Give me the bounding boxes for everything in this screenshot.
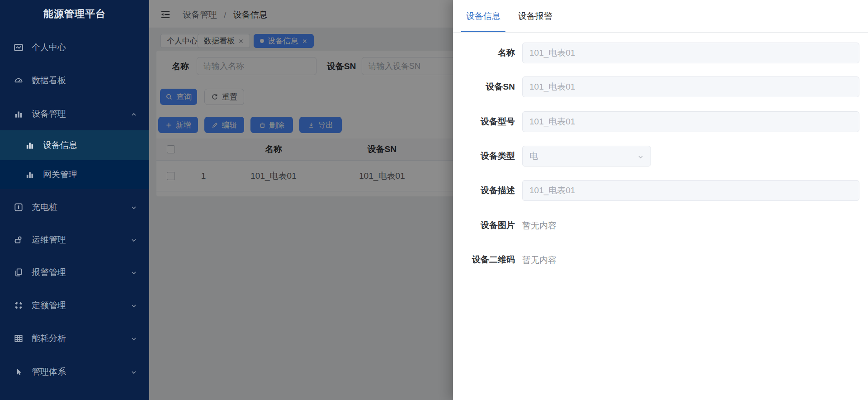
- sidebar-item-label: 定额管理: [32, 300, 66, 311]
- sidebar-item-device-management[interactable]: 设备管理: [0, 101, 149, 127]
- chevron-up-icon: [130, 110, 137, 118]
- qrcode-empty-text: 暂无内容: [522, 254, 557, 266]
- sidebar-item-label: 报警管理: [32, 267, 66, 278]
- sidebar-item-device-info[interactable]: 设备信息: [0, 130, 149, 160]
- sidebar-item-label: 数据看板: [32, 75, 66, 86]
- chevron-down-icon: [637, 153, 644, 160]
- profile-icon: [14, 43, 24, 52]
- quota-ring-icon: [14, 300, 24, 310]
- chevron-down-icon: [130, 368, 137, 376]
- sidebar-item-label: 设备信息: [43, 139, 77, 151]
- app-window: 能源管理平台 个人中心 数据看板 设备管理: [0, 0, 868, 400]
- field-label-image: 设备图片: [453, 219, 515, 231]
- chevron-down-icon: [130, 204, 137, 211]
- sidebar-item-energy-analysis[interactable]: 能耗分析: [0, 326, 149, 351]
- bar-chart-icon: [25, 170, 35, 180]
- image-empty-text: 暂无内容: [522, 220, 557, 232]
- field-label-model: 设备型号: [453, 111, 515, 132]
- sidebar-item-gateway-management[interactable]: 网关管理: [0, 160, 149, 189]
- sidebar-item-label: 运维管理: [32, 234, 66, 246]
- pointer-icon: [14, 367, 24, 377]
- tab-device-info[interactable]: 设备信息: [461, 0, 505, 32]
- bar-chart-icon: [14, 109, 24, 119]
- type-select: 电: [522, 146, 651, 167]
- modal-mask[interactable]: [149, 0, 453, 400]
- bar-chart-icon: [25, 140, 35, 150]
- energy-grid-icon: [14, 333, 24, 343]
- sidebar-item-charging-pile[interactable]: 充电桩: [0, 195, 149, 220]
- sidebar-item-label: 设备管理: [32, 108, 66, 120]
- description-field: [522, 180, 859, 201]
- chevron-down-icon: [130, 236, 137, 243]
- sidebar-item-quota-management[interactable]: 定额管理: [0, 293, 149, 318]
- name-field: [522, 43, 859, 63]
- tab-device-alarm[interactable]: 设备报警: [513, 0, 557, 32]
- field-label-type: 设备类型: [453, 146, 515, 167]
- field-label-description: 设备描述: [453, 180, 515, 201]
- sidebar-item-data-dashboard[interactable]: 数据看板: [0, 68, 149, 93]
- sn-field: [522, 76, 859, 97]
- field-label-sn: 设备SN: [453, 76, 515, 97]
- type-select-value: 电: [529, 150, 538, 162]
- chevron-down-icon: [130, 302, 137, 309]
- drawer-tabs: 设备信息 设备报警: [453, 0, 868, 33]
- charging-pile-icon: [14, 202, 24, 212]
- dashboard-icon: [14, 76, 24, 86]
- sidebar-item-ops-management[interactable]: 运维管理: [0, 227, 149, 252]
- chevron-down-icon: [130, 335, 137, 342]
- alarm-docs-icon: [14, 267, 24, 277]
- chevron-down-icon: [130, 269, 137, 276]
- ops-icon: [14, 235, 24, 245]
- device-detail-drawer: 设备信息 设备报警 名称 设备SN 设备型号 设备类型 电 设备描述 设备图片 …: [453, 0, 868, 400]
- sidebar-item-personal-center[interactable]: 个人中心: [0, 35, 149, 60]
- sidebar: 能源管理平台 个人中心 数据看板 设备管理: [0, 0, 149, 400]
- sidebar-item-label: 网关管理: [43, 169, 77, 181]
- sidebar-item-management-system[interactable]: 管理体系: [0, 359, 149, 385]
- field-label-qrcode: 设备二维码: [453, 254, 515, 266]
- sidebar-item-alarm-management[interactable]: 报警管理: [0, 260, 149, 285]
- sidebar-item-label: 个人中心: [32, 42, 66, 53]
- model-field: [522, 111, 859, 132]
- sidebar-item-label: 能耗分析: [32, 333, 66, 344]
- field-label-name: 名称: [453, 43, 515, 63]
- sidebar-item-label: 充电桩: [32, 201, 57, 213]
- app-title: 能源管理平台: [0, 7, 149, 21]
- sidebar-item-label: 管理体系: [32, 366, 66, 378]
